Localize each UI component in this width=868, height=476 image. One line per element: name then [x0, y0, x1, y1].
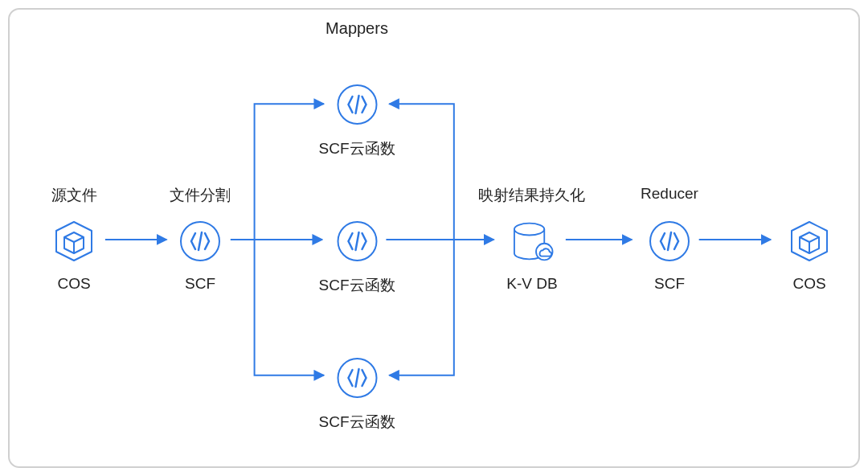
function-icon	[334, 355, 379, 400]
node-reducer: Reducer SCF	[647, 219, 692, 293]
node-kvdb: 映射结果持久化 K-V DB	[506, 219, 557, 293]
mapper-mid-label-below: SCF云函数	[319, 275, 395, 296]
arrow-splitter-to-mapper-bot	[255, 240, 324, 375]
node-cos-result: COS	[787, 219, 832, 293]
mapper-top-label-below: SCF云函数	[319, 138, 395, 159]
function-icon	[334, 82, 379, 127]
diagram-canvas: Mappers	[8, 8, 860, 468]
function-icon	[647, 219, 692, 264]
node-mapper-bot: SCF云函数	[319, 355, 395, 433]
kvdb-label-above: 映射结果持久化	[452, 185, 612, 206]
arrow-kvdb-to-mapper-top	[389, 104, 453, 240]
node-cos-source: 源文件 COS	[51, 219, 96, 293]
kvdb-label-below: K-V DB	[506, 275, 557, 293]
storage-cube-icon	[787, 219, 832, 264]
node-splitter: 文件分割 SCF	[178, 219, 223, 293]
reducer-label-below: SCF	[654, 275, 685, 293]
arrows-layer	[10, 10, 858, 466]
splitter-label-below: SCF	[185, 275, 215, 293]
arrow-kvdb-to-mapper-bot	[389, 240, 453, 375]
database-icon	[510, 219, 555, 264]
function-icon	[178, 219, 223, 264]
mapper-bot-label-below: SCF云函数	[319, 412, 395, 433]
storage-cube-icon	[51, 219, 96, 264]
function-icon	[334, 219, 379, 264]
cos-source-label-below: COS	[57, 275, 90, 293]
node-mapper-top: SCF云函数	[319, 82, 395, 159]
cos-result-label-below: COS	[792, 275, 825, 293]
node-mapper-mid: SCF云函数	[319, 219, 395, 296]
mappers-section-title: Mappers	[326, 19, 388, 38]
arrow-splitter-to-mapper-top	[255, 104, 324, 240]
reducer-label-above: Reducer	[589, 185, 750, 203]
splitter-label-above: 文件分割	[120, 185, 280, 206]
svg-point-4	[514, 224, 544, 236]
